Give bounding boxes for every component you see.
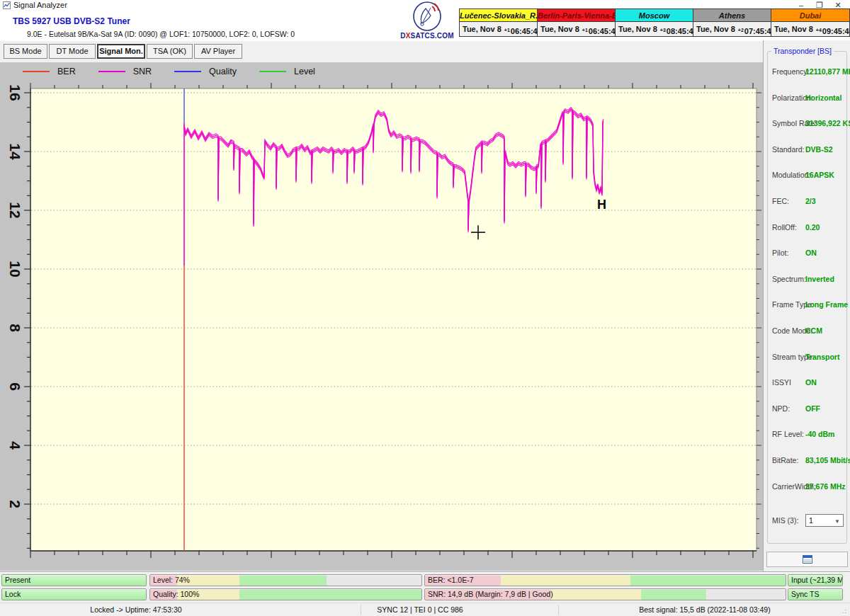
chart-legend: BERSNRQualityLevel: [23, 67, 315, 76]
transponder-row: Modulation:16APSK: [768, 171, 848, 181]
tuner-title: TBS 5927 USB DVB-S2 Tuner: [13, 16, 130, 26]
ts-state-bar: Sync TS: [788, 588, 843, 600]
window-title: Signal Analyzer: [13, 1, 67, 9]
chevron-down-icon: ▼: [834, 516, 840, 527]
divider: [558, 605, 559, 615]
field-label: Spectrum:: [772, 275, 806, 283]
clock-city: Lučenec-Slovakia_R.Dávid: [460, 9, 537, 22]
mode-tabs: BS ModeDT ModeSignal Mon.TSA (OK)AV Play…: [4, 44, 242, 59]
transponder-row: Standard:DVB-S2: [768, 145, 848, 155]
sync-status: SYNC 12 | TEI 0 | CC 986: [377, 605, 463, 614]
transponder-row: RollOff:0.20: [768, 223, 848, 233]
field-label: ISSYI: [772, 378, 791, 387]
clock-city: Athens: [693, 9, 771, 22]
mis-dropdown[interactable]: 1▼: [805, 514, 844, 527]
world-clocks: Lučenec-Slovakia_R.DávidTue, Nov 8+106:4…: [459, 8, 850, 37]
snr-plot[interactable]: 246810121416H: [0, 62, 763, 571]
field-value: DVB-S2: [805, 145, 833, 154]
transponder-row: RF Level:-40 dBm: [768, 430, 848, 440]
field-value: 2/3: [805, 197, 816, 205]
transponder-row: Polarization:Horizontal: [768, 93, 848, 103]
clock-time: Tue, Nov 8+106:45:45: [538, 22, 615, 36]
svg-text:8: 8: [7, 324, 23, 332]
field-value: Transport: [805, 353, 839, 361]
dxsatcs-logo: DXSATCS.COM: [397, 1, 458, 40]
field-label: BitRate:: [772, 456, 798, 464]
tab-signal-mon-[interactable]: Signal Mon.: [97, 44, 145, 59]
svg-text:4: 4: [7, 441, 23, 450]
field-label: NPD:: [772, 404, 790, 413]
best-signal-status: Best signal: 15,5 dB (2022-11-08 03:49): [639, 605, 770, 614]
svg-text:6: 6: [7, 382, 23, 391]
legend-label: BER: [57, 67, 76, 76]
clock-time: Tue, Nov 8+308:45:45: [616, 22, 693, 36]
legend-item-snr: SNR: [98, 67, 152, 76]
field-value: Horizontal: [805, 93, 842, 102]
field-value: ON: [805, 378, 817, 387]
ts-state-bar: Input (~21,39 Mbps): [788, 574, 843, 586]
transponder-row: Pilot:ON: [768, 249, 848, 258]
field-label: RF Level:: [772, 430, 804, 438]
mis-label: MIS (3):: [772, 516, 798, 525]
field-value: 0.20: [805, 223, 820, 232]
clock: MoscowTue, Nov 8+308:45:45: [616, 9, 693, 36]
clock: AthensTue, Nov 8+207:45:45: [693, 9, 771, 36]
field-label: FEC:: [772, 197, 789, 205]
field-value: 31396,922 KS/s: [805, 119, 850, 127]
satellite-dish-icon: [397, 1, 457, 31]
field-label: Frequency:: [772, 67, 810, 76]
transponder-groupbox: Transponder [BS] Frequency:12110,877 MHz…: [767, 51, 847, 544]
ts-window-button[interactable]: [766, 552, 848, 567]
svg-text:12: 12: [7, 202, 23, 218]
clock-time: Tue, Nov 8+106:45:45: [460, 22, 537, 36]
field-value: 83,105 Mbit/s: [805, 456, 850, 464]
tab-av-player[interactable]: AV Player: [194, 44, 242, 59]
svg-text:16: 16: [7, 84, 23, 101]
clock-time: Tue, Nov 8+207:45:45: [693, 22, 771, 36]
svg-text:10: 10: [7, 261, 23, 277]
transponder-row: FEC:2/3: [768, 197, 848, 207]
clock-city: Dubai: [771, 9, 849, 22]
field-value: -40 dBm: [805, 430, 834, 438]
field-label: RollOff:: [772, 223, 797, 232]
transponder-row: BitRate:83,105 Mbit/s: [768, 456, 848, 466]
ts-window-icon: [803, 555, 812, 564]
legend-item-level: Level: [259, 67, 315, 76]
legend-swatch: [259, 71, 286, 72]
legend-swatch: [98, 71, 125, 72]
signal-state-bar: Present: [1, 574, 147, 586]
divider: [0, 571, 850, 573]
resize-grip[interactable]: .:: [842, 608, 847, 615]
tab-dt-mode[interactable]: DT Mode: [49, 44, 96, 59]
svg-text:2: 2: [7, 500, 23, 508]
field-value: Inverted: [805, 275, 834, 283]
legend-swatch: [23, 71, 50, 72]
svg-text:14: 14: [7, 143, 23, 160]
field-value: ON: [805, 249, 817, 257]
app-icon: [3, 1, 11, 9]
signal-meter-bar: Quality: 100%: [149, 588, 422, 600]
mis-value: 1: [809, 516, 813, 525]
mis-row: MIS (3):1▼: [768, 516, 848, 526]
tuner-subtitle: 9.0E - Eutelsat 9B/Ka-Sat 9A (ID: 0090) …: [27, 30, 295, 38]
divider: [361, 605, 361, 615]
legend-item-quality: Quality: [174, 67, 237, 76]
clock: Lučenec-Slovakia_R.DávidTue, Nov 8+106:4…: [460, 9, 538, 36]
field-value: Long Frame: [805, 300, 848, 309]
tab-tsa-ok-[interactable]: TSA (OK): [147, 44, 193, 59]
clock-city: Berlin-Paris-Vienna-Belgrade: [538, 9, 615, 22]
field-value: 12110,877 MHz: [805, 67, 850, 76]
tab-bs-mode[interactable]: BS Mode: [4, 44, 47, 59]
transponder-row: ISSYION: [768, 378, 848, 388]
legend-label: Level: [294, 67, 315, 76]
signal-meter-bar: SNR: 14,9 dB (Margin: 7,9 dB | Good): [424, 588, 786, 600]
signal-meter-bar: BER: <1.0E-7: [424, 574, 786, 586]
legend-swatch: [174, 71, 201, 72]
field-value: CCM: [805, 326, 822, 335]
clock: DubaiTue, Nov 8+409:45:45: [771, 9, 849, 36]
transponder-row: Code Mode:CCM: [768, 326, 848, 336]
transponder-row: Frame Type:Long Frame: [768, 300, 848, 310]
logo-text: DXSATCS.COM: [397, 32, 458, 40]
transponder-row: CarrierWidth:37,676 MHz: [768, 482, 848, 492]
clock: Berlin-Paris-Vienna-BelgradeTue, Nov 8+1…: [538, 9, 616, 36]
